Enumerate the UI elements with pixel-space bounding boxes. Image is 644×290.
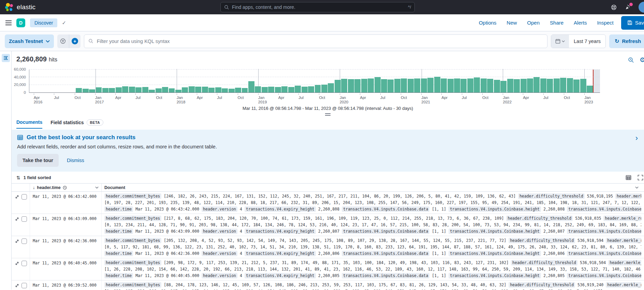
expand-row-icon[interactable] xyxy=(15,284,19,288)
sorted-fields-label[interactable]: 1 field sorted xyxy=(24,175,51,180)
user-avatar[interactable] xyxy=(639,2,644,13)
histogram-bar[interactable] xyxy=(162,87,168,92)
refresh-button[interactable]: ↻ Refresh xyxy=(609,34,644,48)
histogram-bar[interactable] xyxy=(202,87,208,92)
fullscreen-icon[interactable] xyxy=(638,175,643,180)
histogram-bar[interactable] xyxy=(500,81,507,92)
histogram-bar[interactable] xyxy=(129,87,135,92)
dismiss-button[interactable]: Dismiss xyxy=(67,158,84,163)
histogram-bar[interactable] xyxy=(83,89,89,92)
histogram-bar[interactable] xyxy=(302,87,308,92)
space-avatar[interactable]: D xyxy=(16,18,25,27)
display-options-icon[interactable] xyxy=(626,175,631,180)
histogram-bar[interactable] xyxy=(275,87,281,92)
histogram-bar[interactable] xyxy=(560,78,566,92)
histogram-bar[interactable] xyxy=(262,87,268,92)
histogram-bar[interactable] xyxy=(401,78,407,92)
data-view-picker[interactable]: Zcash Testnet xyxy=(5,34,54,48)
histogram-bar[interactable] xyxy=(467,78,473,92)
histogram-bar[interactable] xyxy=(507,79,513,92)
histogram-bar[interactable] xyxy=(156,88,162,92)
histogram-bar[interactable] xyxy=(189,86,195,92)
histogram-bar[interactable] xyxy=(295,86,301,92)
histogram-bar[interactable] xyxy=(235,88,241,92)
histogram-bar[interactable] xyxy=(195,87,201,92)
expand-row-icon[interactable] xyxy=(15,217,19,221)
menu-item-new[interactable]: New xyxy=(507,20,517,26)
histogram-bar[interactable] xyxy=(547,79,553,92)
histogram-bar[interactable] xyxy=(394,79,400,92)
row-checkbox[interactable] xyxy=(21,194,27,200)
row-checkbox[interactable] xyxy=(21,283,27,288)
histogram-bar[interactable] xyxy=(381,79,387,92)
histogram-bar[interactable] xyxy=(375,77,381,92)
histogram-bar[interactable] xyxy=(448,79,454,92)
menu-item-alerts[interactable]: Alerts xyxy=(574,20,587,26)
histogram-bar[interactable] xyxy=(248,81,254,93)
tab-documents[interactable]: Documents xyxy=(16,119,42,129)
calendar-button[interactable] xyxy=(551,35,569,48)
histogram-bar[interactable] xyxy=(116,87,122,92)
histogram-bar[interactable] xyxy=(215,87,221,92)
histogram-bar[interactable] xyxy=(580,79,586,92)
histogram-bar[interactable] xyxy=(328,83,334,92)
grid-document-column-header[interactable]: Document xyxy=(102,184,644,191)
histogram-bar[interactable] xyxy=(474,77,480,92)
histogram-bar[interactable] xyxy=(89,89,95,92)
histogram-bar[interactable] xyxy=(368,78,374,92)
histogram-bar[interactable] xyxy=(567,78,573,92)
histogram-bar[interactable] xyxy=(454,78,460,92)
histogram-bar[interactable] xyxy=(242,88,248,92)
histogram-bar[interactable] xyxy=(408,79,414,92)
menu-item-inspect[interactable]: Inspect xyxy=(597,20,613,26)
expand-row-icon[interactable] xyxy=(15,261,19,265)
histogram-bar[interactable] xyxy=(481,78,487,92)
sort-fields-icon[interactable]: ⇅ xyxy=(16,175,20,180)
global-search-box[interactable]: ^/ xyxy=(220,2,415,12)
histogram-bar[interactable] xyxy=(102,88,108,92)
histogram-bar[interactable] xyxy=(414,78,420,92)
histogram-bar[interactable] xyxy=(573,79,580,92)
gear-icon[interactable]: ⚙ xyxy=(640,57,644,63)
histogram-bar[interactable] xyxy=(441,78,447,92)
histogram-bar[interactable] xyxy=(554,78,560,92)
histogram-bar[interactable] xyxy=(255,86,261,92)
histogram-bar[interactable] xyxy=(135,87,142,92)
row-checkbox[interactable] xyxy=(21,238,27,244)
histogram-bar[interactable] xyxy=(321,85,327,92)
histogram-bar[interactable] xyxy=(341,79,347,92)
grid-time-column-header[interactable]: ↓ header.time xyxy=(30,184,102,191)
tab-field-statistics[interactable]: Field statistics BETA xyxy=(50,119,103,129)
expand-row-icon[interactable] xyxy=(15,195,19,199)
histogram-bar[interactable] xyxy=(587,86,593,92)
histogram-bar[interactable] xyxy=(308,86,314,92)
saved-query-icon[interactable] xyxy=(57,34,69,48)
kql-search-bar[interactable] xyxy=(84,34,547,48)
histogram-bar[interactable] xyxy=(281,86,288,92)
histogram-bar[interactable] xyxy=(427,78,434,92)
histogram-bar[interactable] xyxy=(348,79,354,92)
histogram-bar[interactable] xyxy=(421,78,427,92)
histogram-bar[interactable] xyxy=(142,87,148,92)
histogram-bar[interactable] xyxy=(175,90,181,92)
histogram-bar[interactable] xyxy=(122,86,128,92)
histogram-bar[interactable] xyxy=(268,87,274,92)
expand-sidebar-button[interactable] xyxy=(2,54,10,62)
histogram-bar[interactable] xyxy=(354,79,361,92)
histogram-bar[interactable] xyxy=(222,88,228,92)
histogram-bar[interactable] xyxy=(96,87,102,92)
histogram-bar[interactable] xyxy=(229,89,235,92)
histogram-bar[interactable] xyxy=(361,79,367,92)
histogram-bar[interactable] xyxy=(460,79,467,92)
histogram-bar[interactable] xyxy=(109,88,115,92)
histogram-bar[interactable] xyxy=(315,85,321,92)
add-filter-icon[interactable]: + xyxy=(69,34,80,48)
chevron-right-icon[interactable]: › xyxy=(635,134,638,143)
elastic-logo[interactable]: elastic xyxy=(5,3,35,12)
search-sessions-icon[interactable] xyxy=(628,57,634,63)
histogram-bar[interactable] xyxy=(335,80,341,92)
menu-icon[interactable] xyxy=(5,20,12,25)
histogram-bar[interactable] xyxy=(387,79,394,92)
help-icon[interactable] xyxy=(611,4,617,11)
histogram-bar[interactable] xyxy=(521,79,527,92)
